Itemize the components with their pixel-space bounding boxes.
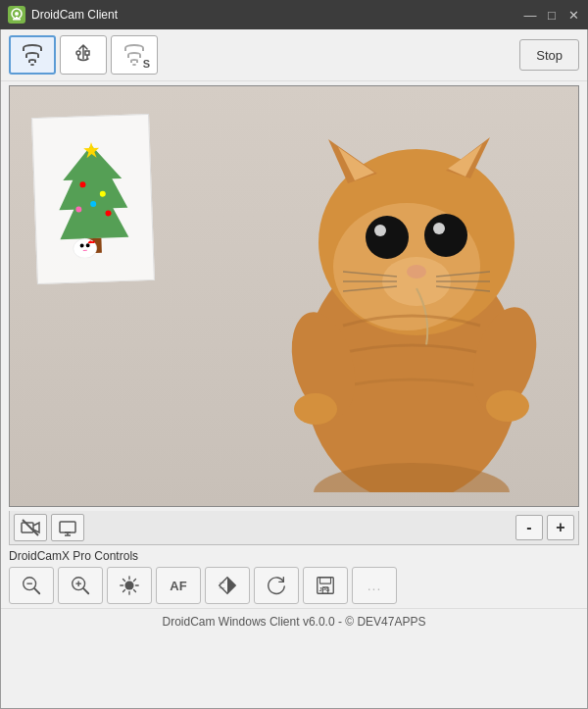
pro-rotate-button[interactable] xyxy=(254,567,299,604)
svg-line-65 xyxy=(123,580,125,582)
save-jpg-icon: JPG xyxy=(315,575,336,596)
stop-button[interactable]: Stop xyxy=(519,39,579,71)
zoom-out-icon xyxy=(21,575,42,596)
svg-point-45 xyxy=(486,390,529,422)
svg-line-67 xyxy=(123,590,125,592)
pro-af-button[interactable]: AF xyxy=(156,567,201,604)
pro-save-button[interactable]: JPG xyxy=(303,567,348,604)
rotate-icon xyxy=(266,575,287,596)
svg-marker-8 xyxy=(57,144,128,239)
cat-svg xyxy=(265,100,559,492)
contrast-icon xyxy=(217,575,238,596)
drawing-svg xyxy=(52,139,134,260)
title-bar: DroidCam Client — □ ✕ xyxy=(0,0,588,29)
footer: DroidCam Windows Client v6.0.0 - © DEV47… xyxy=(1,608,587,633)
usb-icon xyxy=(72,43,95,67)
svg-line-68 xyxy=(134,580,136,582)
pro-zoom-out-button[interactable] xyxy=(9,567,54,604)
pro-controls-section: DroidCamX Pro Controls xyxy=(9,549,579,604)
screen-share-button[interactable] xyxy=(51,514,84,541)
svg-marker-70 xyxy=(227,578,235,594)
zoom-plus-button[interactable]: + xyxy=(547,515,574,540)
svg-point-33 xyxy=(433,223,445,234)
svg-line-55 xyxy=(34,588,39,593)
svg-line-59 xyxy=(83,588,88,593)
wifi-icon xyxy=(23,44,42,66)
window-title: DroidCam Client xyxy=(31,8,523,22)
svg-point-60 xyxy=(124,581,133,589)
svg-rect-5 xyxy=(85,51,89,55)
drawing-paper xyxy=(31,114,155,284)
minimize-button[interactable]: — xyxy=(523,8,537,22)
close-button[interactable]: ✕ xyxy=(566,8,580,22)
usb-button[interactable] xyxy=(60,35,107,75)
no-video-button[interactable] xyxy=(14,514,47,541)
more-label: ... xyxy=(368,578,382,593)
pro-controls-label: DroidCamX Pro Controls xyxy=(9,549,579,563)
toolbar: S Stop xyxy=(1,29,587,81)
pro-contrast-button[interactable] xyxy=(205,567,250,604)
no-video-icon xyxy=(21,518,40,537)
pro-brightness-button[interactable] xyxy=(107,567,152,604)
brightness-icon xyxy=(119,575,140,596)
svg-rect-3 xyxy=(16,17,18,20)
maximize-button[interactable]: □ xyxy=(545,8,559,22)
zoom-in-icon xyxy=(70,575,91,596)
svg-point-31 xyxy=(424,214,467,257)
svg-point-30 xyxy=(366,216,409,259)
svg-point-4 xyxy=(76,51,80,55)
wifis-button[interactable]: S xyxy=(111,35,158,75)
svg-rect-49 xyxy=(60,522,75,532)
pro-controls-bar: AF xyxy=(9,567,579,604)
svg-line-66 xyxy=(134,590,136,592)
pro-zoom-in-button[interactable] xyxy=(58,567,103,604)
wifis-icon xyxy=(124,44,144,66)
wifis-s-label: S xyxy=(143,58,150,70)
pro-more-button[interactable]: ... xyxy=(352,567,397,604)
svg-point-1 xyxy=(15,12,19,16)
svg-point-32 xyxy=(374,225,386,236)
main-window: S Stop xyxy=(0,29,588,709)
screen-share-icon xyxy=(58,518,77,537)
svg-rect-74 xyxy=(320,578,331,583)
zoom-minus-button[interactable]: - xyxy=(515,515,543,540)
stuffed-cat xyxy=(245,86,578,506)
camera-bottom-controls: - + xyxy=(9,511,579,545)
app-icon xyxy=(8,6,25,24)
af-label: AF xyxy=(170,579,186,593)
footer-text: DroidCam Windows Client v6.0.0 - © DEV47… xyxy=(163,615,426,629)
svg-text:JPG: JPG xyxy=(319,586,330,592)
wifi-button[interactable] xyxy=(9,35,56,75)
camera-view xyxy=(9,85,579,507)
svg-point-44 xyxy=(294,393,337,425)
window-controls: — □ ✕ xyxy=(523,8,580,22)
